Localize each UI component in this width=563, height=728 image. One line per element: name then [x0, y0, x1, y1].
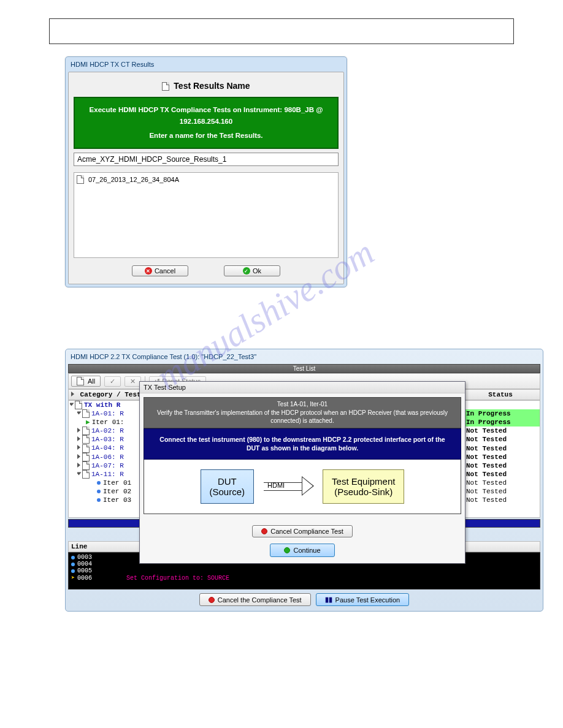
connection-diagram: DUT (Source) HDMI Test Equipment (Pseudo…	[144, 460, 461, 514]
bottom-button-row: Cancel the Compliance Test ▮▮ Pause Test…	[68, 593, 540, 606]
continue-label: Continue	[293, 547, 320, 554]
chevron-right-icon[interactable]	[77, 445, 80, 450]
expand-icon[interactable]	[71, 392, 74, 396]
document-icon	[162, 82, 169, 91]
document-icon	[77, 175, 84, 184]
cancel-compliance-label: Cancel Compliance Test	[270, 528, 343, 535]
chevron-right-icon[interactable]	[77, 463, 80, 468]
status-cell: Not Tested	[462, 496, 540, 504]
cancel-label: Cancel	[155, 267, 175, 275]
all-label: All	[88, 377, 95, 385]
tx-setup-title: TX Test Setup	[140, 382, 465, 393]
console-row: ➤0006 Set Configuration to: SOURCE	[71, 574, 537, 582]
document-icon	[82, 444, 90, 453]
status-cell: Not Tested	[462, 479, 540, 487]
document-icon	[82, 470, 90, 479]
tx-blue-text: Connect the test instrument (980) to the…	[159, 436, 445, 452]
bullet-icon	[71, 563, 75, 566]
dialog-body: Test Results Name Execute HDMI HDCP TX C…	[68, 72, 344, 284]
ok-icon: ✓	[243, 267, 250, 275]
bullet-icon	[71, 569, 75, 573]
console-message: Set Configuration to: SOURCE	[126, 575, 229, 582]
list-item[interactable]: 07_26_2013_12_26_34_804A	[77, 175, 335, 184]
stop-icon	[209, 597, 215, 603]
results-name-input[interactable]	[74, 153, 339, 166]
results-header: Test Results Name	[74, 77, 339, 97]
ok-label: Ok	[253, 267, 261, 275]
col-status: Status	[464, 391, 537, 398]
dut-box: DUT (Source)	[201, 469, 255, 504]
status-cell: Not Tested	[462, 444, 540, 453]
eq-label2: (Pseudo-Sink)	[332, 487, 395, 497]
ok-button[interactable]: ✓ Ok	[224, 265, 280, 276]
bullet-icon	[71, 556, 75, 559]
status-cell: In Progress	[462, 409, 540, 418]
document-icon	[77, 377, 84, 385]
list-item-label: 07_26_2013_12_26_34_804A	[88, 176, 179, 183]
banner-line1: Execute HDMI HDCP TX Compliance Tests on…	[80, 104, 332, 127]
status-cell: In Progress	[462, 418, 540, 427]
dut-label1: DUT	[210, 476, 245, 487]
status-cell: Not Tested	[462, 470, 540, 479]
console-col-line: Line	[71, 543, 87, 550]
results-dialog: HDMI HDCP TX CT Results Test Results Nam…	[65, 56, 347, 287]
cancel-icon: ✕	[145, 267, 152, 275]
document-icon	[82, 409, 90, 418]
compliance-test-window: HDMI HDCP 2.2 TX Compliance Test (1.0): …	[65, 349, 543, 612]
tx-gray-line1: Test 1A-01, Iter-01	[154, 400, 451, 409]
panel-header: Test List	[68, 364, 540, 373]
check-button[interactable]: ✓	[104, 376, 121, 387]
chevron-right-icon[interactable]	[77, 436, 80, 441]
eq-label1: Test Equipment	[332, 476, 395, 487]
status-cell: Not Tested	[462, 435, 540, 444]
dialog-title: HDMI HDCP TX CT Results	[68, 59, 344, 72]
instruction-banner: Execute HDMI HDCP TX Compliance Tests on…	[74, 97, 339, 149]
document-icon	[82, 435, 90, 444]
console-row: 0005	[71, 567, 537, 574]
cancel-button[interactable]: ✕ Cancel	[132, 265, 188, 276]
hdmi-arrow: HDMI	[264, 477, 313, 496]
tx-button-column: Cancel Compliance Test Continue	[140, 525, 465, 557]
bullet-icon	[97, 498, 101, 502]
pause-test-label: Pause Test Execution	[335, 596, 400, 604]
document-icon	[82, 427, 90, 435]
chevron-right-icon[interactable]	[77, 428, 80, 433]
pause-test-button[interactable]: ▮▮ Pause Test Execution	[316, 593, 410, 606]
status-cell: Not Tested	[462, 453, 540, 461]
status-cell: Not Tested	[462, 487, 540, 496]
tx-gray-line2: Verify the Transmitter's implementation …	[154, 409, 451, 425]
tx-test-setup-dialog: TX Test Setup Test 1A-01, Iter-01 Verify…	[139, 381, 465, 564]
chevron-right-icon[interactable]	[77, 454, 80, 459]
chevron-down-icon[interactable]	[77, 412, 82, 415]
bullet-icon	[97, 481, 101, 485]
go-icon	[284, 547, 290, 553]
document-icon	[75, 401, 82, 409]
stop-icon	[261, 528, 267, 534]
cancel-test-button[interactable]: Cancel the Compliance Test	[199, 593, 311, 606]
hdmi-label: HDMI	[264, 482, 316, 489]
status-cell: Not Tested	[462, 461, 540, 470]
status-cell: Not Tested	[462, 427, 540, 435]
equipment-box: Test Equipment (Pseudo-Sink)	[323, 469, 404, 504]
tx-gray-banner: Test 1A-01, Iter-01 Verify the Transmitt…	[144, 397, 461, 428]
banner-line2: Enter a name for the Test Results.	[80, 132, 332, 139]
pause-icon: ▮▮	[325, 596, 332, 604]
page-header-frame	[49, 18, 514, 44]
results-header-text: Test Results Name	[174, 81, 250, 91]
cancel-test-label: Cancel the Compliance Test	[218, 596, 302, 604]
document-icon	[82, 461, 90, 470]
chevron-down-icon[interactable]	[77, 472, 82, 475]
existing-results-list[interactable]: 07_26_2013_12_26_34_804A	[74, 172, 339, 258]
play-icon: ▶	[86, 419, 90, 426]
chevron-down-icon[interactable]	[70, 403, 74, 406]
arrow-icon: ➤	[71, 574, 75, 582]
dialog-button-row: ✕ Cancel ✓ Ok	[74, 265, 339, 276]
tx-blue-banner: Connect the test instrument (980) to the…	[144, 428, 461, 460]
cancel-compliance-button[interactable]: Cancel Compliance Test	[252, 525, 352, 537]
window-title: HDMI HDCP 2.2 TX Compliance Test (1.0): …	[68, 352, 540, 364]
dut-label2: (Source)	[210, 487, 245, 497]
bullet-icon	[97, 490, 101, 493]
select-all-button[interactable]: All	[71, 376, 101, 387]
continue-button[interactable]: Continue	[270, 544, 334, 557]
document-icon	[82, 453, 90, 461]
